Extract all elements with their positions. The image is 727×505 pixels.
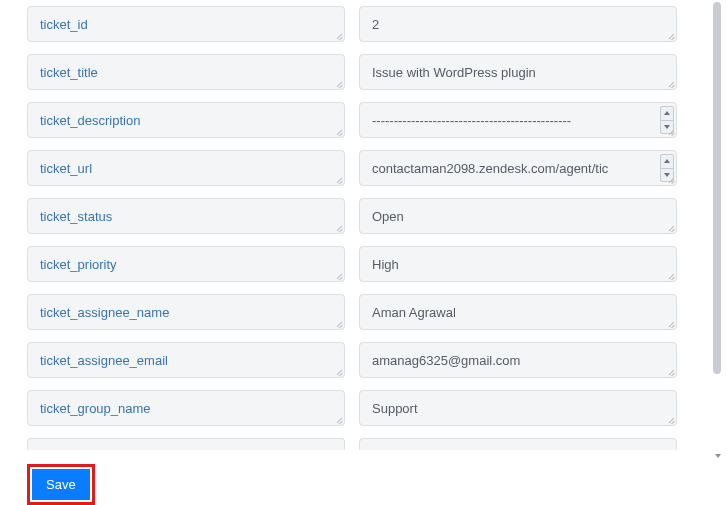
scrollbar-thumb[interactable] <box>713 2 721 374</box>
scrollbar-track[interactable] <box>713 2 723 460</box>
field-value-input[interactable] <box>359 438 677 450</box>
field-value-text: contactaman2098.zendesk.com/agent/tic <box>372 161 608 176</box>
resize-grip-icon[interactable] <box>334 320 342 328</box>
field-key-text: ticket_priority <box>40 257 117 272</box>
field-value-input[interactable]: Issue with WordPress plugin <box>359 54 677 90</box>
stepper-down-icon[interactable] <box>661 121 673 134</box>
field-key-input[interactable]: ticket_title <box>27 54 345 90</box>
field-key-input[interactable]: ticket_priority <box>27 246 345 282</box>
stepper-down-icon[interactable] <box>661 169 673 182</box>
field-value-text: 2 <box>372 17 379 32</box>
field-key-input[interactable]: ticket_id <box>27 6 345 42</box>
resize-grip-icon[interactable] <box>666 416 674 424</box>
field-row: ticket_description----------------------… <box>27 96 695 144</box>
save-button-highlight: Save <box>27 464 95 505</box>
field-value-text: Issue with WordPress plugin <box>372 65 536 80</box>
field-key-input[interactable]: ticket_assignee_email <box>27 342 345 378</box>
resize-grip-icon[interactable] <box>334 272 342 280</box>
field-value-input[interactable]: Support <box>359 390 677 426</box>
resize-grip-icon[interactable] <box>334 368 342 376</box>
resize-grip-icon[interactable] <box>666 320 674 328</box>
field-key-text: ticket_group_name <box>40 401 151 416</box>
resize-grip-icon[interactable] <box>666 224 674 232</box>
field-value-text: Support <box>372 401 418 416</box>
field-value-input[interactable]: Aman Agrawal <box>359 294 677 330</box>
field-key-text: ticket_url <box>40 161 92 176</box>
field-key-text: ticket_status <box>40 209 112 224</box>
field-value-text: Open <box>372 209 404 224</box>
resize-grip-icon[interactable] <box>666 32 674 40</box>
resize-grip-icon[interactable] <box>334 224 342 232</box>
field-key-text: ticket_title <box>40 65 98 80</box>
number-stepper[interactable] <box>660 154 674 182</box>
field-key-text: ticket_description <box>40 113 140 128</box>
field-value-text: High <box>372 257 399 272</box>
field-value-input[interactable]: Open <box>359 198 677 234</box>
resize-grip-icon[interactable] <box>334 176 342 184</box>
field-key-input[interactable]: ticket_url <box>27 150 345 186</box>
resize-grip-icon[interactable] <box>334 128 342 136</box>
field-key-input[interactable]: ticket_assignee_name <box>27 294 345 330</box>
field-value-text: Aman Agrawal <box>372 305 456 320</box>
field-row: ticket_statusOpen <box>27 192 695 240</box>
save-button[interactable]: Save <box>32 469 90 500</box>
field-value-input[interactable]: contactaman2098.zendesk.com/agent/tic <box>359 150 677 186</box>
field-row: ticket_titleIssue with WordPress plugin <box>27 48 695 96</box>
field-value-input[interactable]: High <box>359 246 677 282</box>
stepper-up-icon[interactable] <box>661 107 673 121</box>
field-row: ticket_assignee_nameAman Agrawal <box>27 288 695 336</box>
field-value-input[interactable]: amanag6325@gmail.com <box>359 342 677 378</box>
field-value-input[interactable]: ----------------------------------------… <box>359 102 677 138</box>
resize-grip-icon[interactable] <box>666 272 674 280</box>
field-key-text: ticket_assignee_name <box>40 305 169 320</box>
field-row-partial: ticket_organization_name <box>27 432 695 450</box>
field-key-input[interactable]: ticket_organization_name <box>27 438 345 450</box>
stepper-up-icon[interactable] <box>661 155 673 169</box>
field-key-text: ticket_assignee_email <box>40 353 168 368</box>
resize-grip-icon[interactable] <box>334 80 342 88</box>
field-value-input[interactable]: 2 <box>359 6 677 42</box>
field-key-input[interactable]: ticket_status <box>27 198 345 234</box>
footer-bar: Save <box>0 462 727 505</box>
field-row: ticket_priorityHigh <box>27 240 695 288</box>
number-stepper[interactable] <box>660 106 674 134</box>
field-key-input[interactable]: ticket_group_name <box>27 390 345 426</box>
resize-grip-icon[interactable] <box>334 32 342 40</box>
field-key-text: ticket_id <box>40 17 88 32</box>
scrollbar-down-icon[interactable] <box>712 450 724 462</box>
field-row: ticket_assignee_emailamanag6325@gmail.co… <box>27 336 695 384</box>
field-key-input[interactable]: ticket_description <box>27 102 345 138</box>
resize-grip-icon[interactable] <box>666 80 674 88</box>
resize-grip-icon[interactable] <box>334 416 342 424</box>
field-value-text: ----------------------------------------… <box>372 113 571 128</box>
field-row: ticket_urlcontactaman2098.zendesk.com/ag… <box>27 144 695 192</box>
field-row: ticket_group_nameSupport <box>27 384 695 432</box>
field-row: ticket_id2 <box>27 0 695 48</box>
resize-grip-icon[interactable] <box>666 368 674 376</box>
field-value-text: amanag6325@gmail.com <box>372 353 520 368</box>
